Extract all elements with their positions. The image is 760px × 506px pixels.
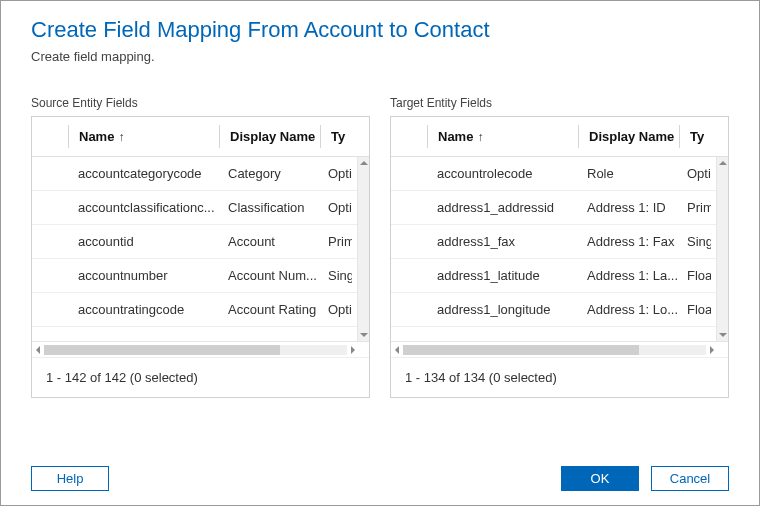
cell-type: Float [677, 302, 711, 317]
cell-name: address1_longitude [427, 302, 577, 317]
cell-display: Role [577, 166, 677, 181]
source-grid-header: Name ↑ Display Name Ty [32, 117, 369, 157]
cell-display: Address 1: Lo... [577, 302, 677, 317]
dialog-footer: Help OK Cancel [1, 451, 759, 505]
source-panel-title: Source Entity Fields [31, 96, 370, 110]
cell-name: accountcategorycode [68, 166, 218, 181]
target-grid-header: Name ↑ Display Name Ty [391, 117, 728, 157]
column-header-type[interactable]: Ty [321, 117, 355, 156]
checkbox-header[interactable] [32, 117, 68, 156]
target-panel: Target Entity Fields Name ↑ Display Name… [390, 96, 729, 398]
table-row[interactable]: accountcategorycode Category Opti [32, 157, 369, 191]
column-header-name[interactable]: Name ↑ [428, 117, 578, 156]
cell-name: accountratingcode [68, 302, 218, 317]
vertical-scrollbar[interactable] [357, 157, 369, 341]
cell-type: Opti [318, 302, 352, 317]
cell-name: accountrolecode [427, 166, 577, 181]
checkbox-header[interactable] [391, 117, 427, 156]
ok-button[interactable]: OK [561, 466, 639, 491]
cell-name: accountnumber [68, 268, 218, 283]
scroll-left-icon [395, 346, 399, 354]
table-row[interactable]: accountclassificationc... Classification… [32, 191, 369, 225]
cell-name: address1_latitude [427, 268, 577, 283]
page-subtitle: Create field mapping. [31, 49, 729, 64]
source-rows: accountcategorycode Category Opti accoun… [32, 157, 369, 341]
table-row[interactable]: accountid Account Prim [32, 225, 369, 259]
vertical-scrollbar[interactable] [716, 157, 728, 341]
column-header-display[interactable]: Display Name [579, 117, 679, 156]
target-grid: Name ↑ Display Name Ty accountrolecode R… [390, 116, 729, 398]
cell-type: Opti [318, 200, 352, 215]
table-row[interactable]: address1_fax Address 1: Fax Sing [391, 225, 728, 259]
table-row[interactable]: address1_latitude Address 1: La... Float [391, 259, 728, 293]
cell-type: Opti [318, 166, 352, 181]
source-grid: Name ↑ Display Name Ty accountcategoryco… [31, 116, 370, 398]
target-rows: accountrolecode Role Opti address1_addre… [391, 157, 728, 341]
scroll-right-icon [351, 346, 355, 354]
cell-display: Address 1: ID [577, 200, 677, 215]
cell-display: Address 1: Fax [577, 234, 677, 249]
cell-display: Classification [218, 200, 318, 215]
source-grid-footer: 1 - 142 of 142 (0 selected) [32, 357, 369, 397]
cell-type: Prim [318, 234, 352, 249]
cell-name: address1_addressid [427, 200, 577, 215]
table-row[interactable]: accountratingcode Account Rating Opti [32, 293, 369, 327]
cell-type: Prim [677, 200, 711, 215]
help-button[interactable]: Help [31, 466, 109, 491]
scroll-up-icon [719, 161, 727, 165]
cell-display: Account Rating [218, 302, 318, 317]
cell-type: Sing [677, 234, 711, 249]
column-header-name[interactable]: Name ↑ [69, 117, 219, 156]
target-panel-title: Target Entity Fields [390, 96, 729, 110]
cell-name: accountclassificationc... [68, 200, 218, 215]
target-grid-footer: 1 - 134 of 134 (0 selected) [391, 357, 728, 397]
scroll-down-icon [719, 333, 727, 337]
cell-type: Opti [677, 166, 711, 181]
column-header-name-label: Name [438, 129, 473, 144]
table-row[interactable]: address1_longitude Address 1: Lo... Floa… [391, 293, 728, 327]
cell-display: Account [218, 234, 318, 249]
horizontal-scrollbar[interactable] [391, 341, 728, 357]
cell-name: address1_fax [427, 234, 577, 249]
column-header-display[interactable]: Display Name [220, 117, 320, 156]
cell-type: Sing [318, 268, 352, 283]
table-row[interactable]: address1_addressid Address 1: ID Prim [391, 191, 728, 225]
page-title: Create Field Mapping From Account to Con… [31, 17, 729, 43]
scroll-right-icon [710, 346, 714, 354]
source-panel: Source Entity Fields Name ↑ Display Name… [31, 96, 370, 398]
sort-ascending-icon: ↑ [118, 130, 124, 144]
cell-display: Account Num... [218, 268, 318, 283]
scroll-up-icon [360, 161, 368, 165]
cancel-button[interactable]: Cancel [651, 466, 729, 491]
cell-name: accountid [68, 234, 218, 249]
scroll-left-icon [36, 346, 40, 354]
sort-ascending-icon: ↑ [477, 130, 483, 144]
cell-type: Float [677, 268, 711, 283]
table-row[interactable]: accountnumber Account Num... Sing [32, 259, 369, 293]
cell-display: Category [218, 166, 318, 181]
horizontal-scrollbar[interactable] [32, 341, 369, 357]
column-header-name-label: Name [79, 129, 114, 144]
column-header-type[interactable]: Ty [680, 117, 714, 156]
cell-display: Address 1: La... [577, 268, 677, 283]
scroll-down-icon [360, 333, 368, 337]
table-row[interactable]: accountrolecode Role Opti [391, 157, 728, 191]
